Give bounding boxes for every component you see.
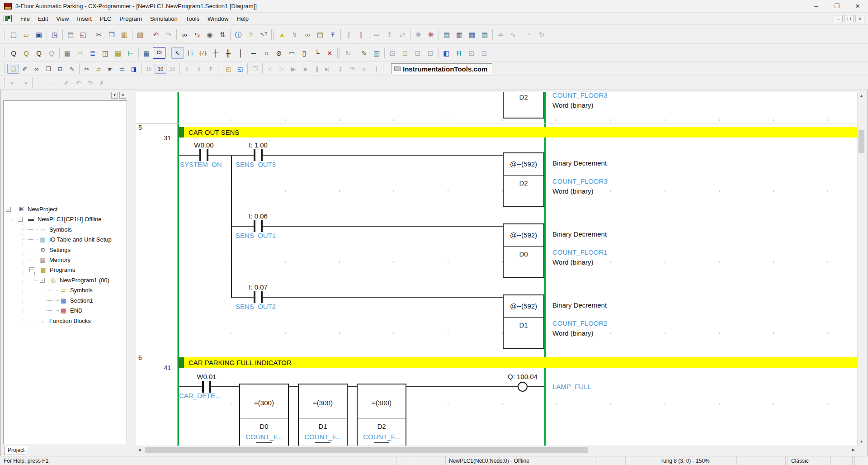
mdi-restore-button[interactable]: ❐	[844, 15, 854, 22]
cut-icon[interactable]: ✂	[93, 28, 105, 40]
equals-d2[interactable]: =(300)D2COUNT_F...&10	[357, 384, 406, 446]
print-preview-icon[interactable]: ◱	[77, 28, 90, 40]
scroll-down-arrow[interactable]: ▼	[858, 438, 865, 446]
mdi-minimize-button[interactable]: –	[834, 15, 843, 22]
coil-lamp-full[interactable]	[518, 382, 528, 392]
monitor-4-icon[interactable]: ▦	[478, 28, 491, 40]
local-symbols-icon[interactable]: ▱	[93, 64, 104, 74]
auto-online-icon[interactable]: ❋	[425, 28, 437, 40]
new-vertical-icon[interactable]: │	[235, 47, 247, 59]
paste-icon[interactable]: ▥	[118, 28, 131, 40]
edit-table-icon[interactable]: ▥	[370, 47, 383, 59]
output-window-icon[interactable]: ⊟	[54, 64, 66, 74]
rulers-icon[interactable]: ≣	[86, 47, 99, 59]
menu-program[interactable]: Program	[115, 14, 146, 24]
build-tool-icon[interactable]: ✐	[19, 64, 31, 74]
cascade-window-icon[interactable]: ❏	[7, 64, 19, 74]
tree-expander[interactable]: −	[40, 278, 45, 283]
tree-item-settings[interactable]: ⚙Settings	[39, 246, 72, 254]
paste-special-icon[interactable]: ▧	[134, 28, 146, 40]
replace-icon[interactable]: ⇆	[191, 28, 203, 40]
contact-car-detect[interactable]	[209, 381, 211, 393]
menu-edit[interactable]: Edit	[34, 14, 52, 24]
show-sma-icon[interactable]: ▦	[140, 47, 153, 59]
address-tool-icon[interactable]: ☛	[104, 64, 116, 74]
new-pb-instruction-icon[interactable]: ▭	[285, 47, 298, 59]
monitor-1-icon[interactable]: ▦	[440, 28, 453, 40]
grid-icon[interactable]: ▦	[61, 47, 74, 59]
vertical-scrollbar[interactable]: ▲ ▼	[857, 92, 865, 446]
dialog-tool-icon[interactable]: ▭	[116, 64, 128, 74]
new-horizontal-icon[interactable]: ─	[247, 47, 260, 59]
contact-car-detect[interactable]	[202, 381, 204, 393]
maximize-button[interactable]: ❐	[826, 0, 847, 13]
contact-sens-out1[interactable]	[254, 220, 255, 232]
menu-plc[interactable]: PLC	[96, 14, 115, 24]
binary-decrement-d0[interactable]: @--(592)D0	[503, 223, 544, 278]
project-tab[interactable]: Project	[4, 446, 33, 455]
print-icon[interactable]: ▤	[64, 28, 77, 40]
vertical-scroll-thumb[interactable]	[859, 130, 864, 153]
new-contact-icon[interactable]: ┤├	[184, 47, 197, 59]
new-closed-coil-icon[interactable]: ⊘	[273, 47, 285, 59]
tree-item-symbols-2[interactable]: ▱Symbols	[60, 286, 94, 294]
equals-d1[interactable]: =(300)D1COUNT_F...&10	[298, 384, 348, 446]
new-or-contact-icon[interactable]: ╪	[209, 47, 222, 59]
find-bit-icon[interactable]: ◉	[203, 28, 216, 40]
scroll-left-arrow[interactable]: ◀	[136, 446, 143, 454]
rung-comment-icon[interactable]: ▱	[74, 47, 86, 59]
new-inverted-icon[interactable]: └	[311, 47, 323, 59]
edit-note-icon[interactable]: ✎	[66, 64, 78, 74]
find-all-icon[interactable]: ∞	[301, 28, 314, 40]
sort-icon[interactable]: ⇅	[216, 28, 229, 40]
open-icon[interactable]: ▱	[20, 28, 33, 40]
watch-window-icon[interactable]: ∞	[31, 64, 42, 74]
tree-item-section1[interactable]: ▤Section1	[60, 296, 94, 304]
minimize-button[interactable]: –	[806, 0, 826, 13]
scroll-right-arrow[interactable]: ▶	[849, 446, 857, 454]
horizontal-scroll-thumb[interactable]	[145, 447, 588, 453]
tree-item-memory[interactable]: ▦Memory	[39, 256, 72, 264]
watch-stack-icon[interactable]: ◧	[440, 47, 453, 59]
ladder-window-icon[interactable]: ◫	[99, 47, 112, 59]
menu-help[interactable]: Help	[232, 14, 253, 24]
new-icon[interactable]: ▢	[7, 28, 20, 40]
contact-system-on[interactable]	[207, 149, 208, 161]
tree-item-newplc1[interactable]: ▬NewPLC1[CP1H] Offline	[27, 215, 103, 223]
section-cut-icon[interactable]: ✂	[81, 64, 93, 74]
rung6-comment[interactable]: CAR PARKING FULL INDICATOR	[178, 357, 857, 368]
contact-sens-out2[interactable]	[261, 291, 263, 303]
compile-icon[interactable]: ▲	[276, 28, 288, 40]
copy-icon[interactable]: ❐	[105, 28, 118, 40]
menu-tools[interactable]: Tools	[182, 14, 203, 24]
contact-sens-out3[interactable]	[254, 149, 255, 161]
tile-windows-icon[interactable]: ❒	[42, 64, 54, 74]
instruction-box-partial[interactable]: D2	[503, 92, 544, 119]
new-or-closed-icon[interactable]: ╫	[222, 47, 235, 59]
address-ref-icon[interactable]: ▤	[314, 28, 326, 40]
edit-comments-icon[interactable]: ✎	[358, 47, 370, 59]
horizontal-scrollbar[interactable]: ◀ ▶	[136, 446, 857, 454]
contact-sens-out3[interactable]	[261, 149, 263, 161]
zoom-in-icon[interactable]: Q	[7, 47, 20, 59]
menu-window[interactable]: Window	[203, 14, 232, 24]
tree-item-newprogram1[interactable]: ◎NewProgram1 (00)	[49, 276, 111, 284]
help-icon[interactable]: ?	[245, 28, 257, 40]
zoom-out-icon[interactable]: Q	[33, 47, 45, 59]
binary-decrement-d1[interactable]: @--(592)D1	[503, 294, 544, 349]
page-setup-icon[interactable]: ◳	[48, 28, 61, 40]
contact-system-on[interactable]	[199, 149, 201, 161]
monitor-hh-icon[interactable]: Ħ	[453, 47, 465, 59]
undo-icon[interactable]: ↶	[150, 28, 162, 40]
select-tool-icon[interactable]: ↖	[171, 47, 184, 59]
save-icon[interactable]: ▣	[33, 28, 45, 40]
tree-expander[interactable]: −	[18, 217, 23, 222]
contact-sens-out2[interactable]	[254, 291, 255, 303]
tree-item-end[interactable]: ▤END	[60, 306, 84, 314]
panel-close-button[interactable]: ✕	[119, 92, 126, 99]
context-help-icon[interactable]: ↖?	[257, 28, 270, 40]
tree-item-programs[interactable]: ▩Programs	[39, 266, 76, 274]
show-ci-icon[interactable]: CI	[153, 47, 165, 59]
new-coil-icon[interactable]: ○	[260, 47, 273, 59]
online-edit-lock-icon[interactable]: ◰	[222, 64, 234, 74]
